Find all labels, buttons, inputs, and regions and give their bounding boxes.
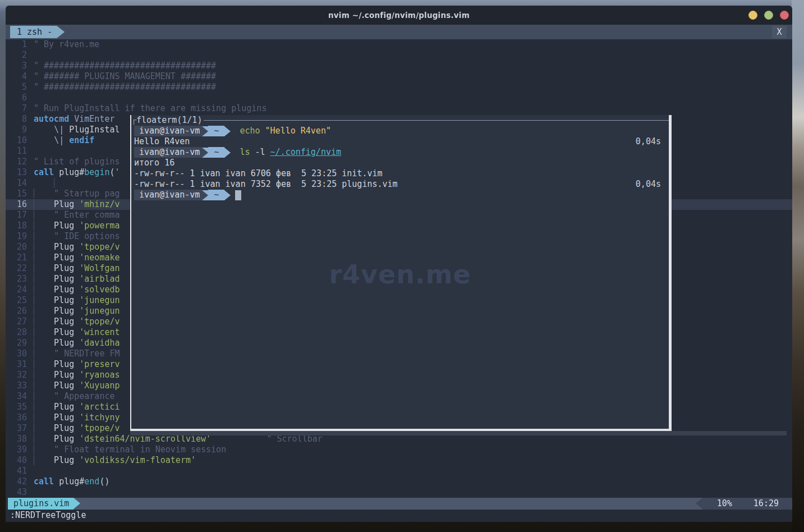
terminal-window: nvim ~/.config/nvim/plugins.vim 1 zsh - … bbox=[6, 6, 792, 522]
vim-command-line[interactable]: :NERDTreeToggle bbox=[6, 510, 792, 522]
watermark: r4ven.me bbox=[131, 259, 669, 290]
minimize-button[interactable] bbox=[748, 11, 757, 20]
line-number: 23 bbox=[6, 274, 27, 285]
command-duration: 0,04s bbox=[636, 179, 661, 190]
code-line[interactable]: 6 bbox=[6, 93, 792, 103]
line-number: 10 bbox=[6, 135, 27, 146]
code-line[interactable]: 7" Run PlugInstall if there are missing … bbox=[6, 103, 792, 114]
code-line[interactable]: 3" ################################## bbox=[6, 61, 792, 71]
line-number: 33 bbox=[6, 380, 27, 391]
line-number: 30 bbox=[6, 348, 27, 359]
line-number: 36 bbox=[6, 412, 27, 423]
prompt-dir: ~ bbox=[208, 126, 224, 136]
line-number: 28 bbox=[6, 327, 27, 338]
powerline-arrow-icon bbox=[224, 126, 231, 136]
prompt-dir: ~ bbox=[208, 190, 224, 200]
line-number: 24 bbox=[6, 285, 27, 295]
terminal-prompt-row[interactable]: ivan@ivan-vm~ls -l ~/.config/nvim bbox=[131, 147, 669, 158]
powerline-arrow-icon bbox=[202, 126, 208, 136]
line-number: 13 bbox=[6, 167, 27, 178]
line-number: 26 bbox=[6, 306, 27, 317]
prompt-dir: ~ bbox=[208, 147, 224, 158]
line-number: 6 bbox=[6, 93, 27, 103]
line-number: 40 bbox=[6, 455, 27, 466]
command-duration: 0,04s bbox=[636, 136, 661, 147]
code-line[interactable]: 5" ################################## bbox=[6, 82, 792, 93]
code-line[interactable]: 40▏ Plug 'voldikss/vim-floaterm' bbox=[6, 455, 792, 466]
tab-zsh[interactable]: 1 zsh - bbox=[10, 26, 65, 38]
line-number: 8 bbox=[6, 114, 27, 125]
line-number: 1 bbox=[6, 39, 27, 50]
line-number: 31 bbox=[6, 359, 27, 370]
powerline-arrow-icon bbox=[202, 148, 208, 158]
line-number: 20 bbox=[6, 242, 27, 253]
line-number: 29 bbox=[6, 338, 27, 348]
line-number: 4 bbox=[6, 71, 27, 82]
floaterm-border-line bbox=[204, 120, 669, 121]
line-number: 17 bbox=[6, 210, 27, 221]
statusline-arrow-icon bbox=[73, 498, 80, 509]
floaterm-body[interactable]: ivan@ivan-vm~echo "Hello R4ven"Hello R4v… bbox=[131, 126, 669, 429]
line-number: 25 bbox=[6, 295, 27, 306]
powerline-arrow-icon bbox=[202, 190, 208, 200]
line-number: 16 bbox=[6, 199, 27, 210]
statusline-time: 16:29 bbox=[754, 498, 779, 510]
line-number: 12 bbox=[6, 157, 27, 167]
line-number: 42 bbox=[6, 476, 27, 487]
line-number: 19 bbox=[6, 231, 27, 242]
line-number: 3 bbox=[6, 61, 27, 71]
line-number: 41 bbox=[6, 466, 27, 476]
maximize-button[interactable] bbox=[764, 11, 773, 20]
terminal-prompt-row[interactable]: ivan@ivan-vm~ bbox=[131, 190, 669, 200]
line-number: 35 bbox=[6, 402, 27, 412]
line-number: 39 bbox=[6, 444, 27, 455]
window-controls bbox=[748, 6, 789, 25]
line-number: 37 bbox=[6, 423, 27, 434]
tab-close-button[interactable]: X bbox=[772, 26, 787, 38]
floaterm-shadow bbox=[130, 431, 787, 435]
line-number: 11 bbox=[6, 146, 27, 157]
floaterm-title: floaterm(1/1) bbox=[136, 115, 202, 126]
terminal-output-row: Hello R4ven0,04s bbox=[131, 136, 669, 147]
terminal-rows: ivan@ivan-vm~echo "Hello R4ven"Hello R4v… bbox=[131, 126, 669, 200]
terminal-output-row: итого 16 bbox=[131, 158, 669, 168]
code-line[interactable]: 41 bbox=[6, 466, 792, 476]
close-button[interactable] bbox=[780, 11, 789, 20]
terminal-output-row: -rw-rw-r-- 1 ivan ivan 7352 фев 5 23:25 … bbox=[131, 179, 669, 190]
line-number: 32 bbox=[6, 370, 27, 380]
title-bar: nvim ~/.config/nvim/plugins.vim bbox=[6, 6, 792, 25]
line-number: 43 bbox=[6, 487, 27, 498]
prompt-user: ivan@ivan-vm bbox=[134, 190, 202, 200]
code-line[interactable]: 4" ####### PLUGINS MANAGEMENT ####### bbox=[6, 71, 792, 82]
code-line[interactable]: 43 bbox=[6, 487, 792, 498]
terminal-output-row: -rw-rw-r-- 1 ivan ivan 6706 фев 5 23:25 … bbox=[131, 168, 669, 179]
line-number: 21 bbox=[6, 253, 27, 263]
powerline-arrow-icon bbox=[224, 190, 231, 200]
line-number: 5 bbox=[6, 82, 27, 93]
line-number: 7 bbox=[6, 103, 27, 114]
statusline-filename: plugins.vim bbox=[8, 498, 73, 510]
line-number: 2 bbox=[6, 50, 27, 61]
prompt-user: ivan@ivan-vm bbox=[134, 147, 202, 158]
floaterm-window: ┌ floaterm(1/1) ivan@ivan-vm~echo "Hello… bbox=[130, 115, 672, 431]
line-number: 22 bbox=[6, 263, 27, 274]
statusline-left-arrow-icon bbox=[696, 498, 702, 509]
line-number: 18 bbox=[6, 221, 27, 231]
statusline-percent: 10% bbox=[717, 498, 732, 510]
vim-editor[interactable]: 1" By r4ven.me23" ######################… bbox=[6, 39, 792, 498]
line-number: 38 bbox=[6, 434, 27, 444]
code-line[interactable]: 39▏ " Float terminal in Neovim session bbox=[6, 444, 792, 455]
code-line[interactable]: 1" By r4ven.me bbox=[6, 39, 792, 50]
window-title: nvim ~/.config/nvim/plugins.vim bbox=[328, 11, 470, 20]
line-number: 15 bbox=[6, 189, 27, 199]
line-number: 27 bbox=[6, 317, 27, 327]
prompt-user: ivan@ivan-vm bbox=[134, 126, 202, 136]
code-line[interactable]: 42call plug#end() bbox=[6, 476, 792, 487]
line-number: 14 bbox=[6, 178, 27, 189]
terminal-cursor bbox=[235, 190, 241, 200]
line-number: 9 bbox=[6, 125, 27, 135]
terminal-prompt-row[interactable]: ivan@ivan-vm~echo "Hello R4ven" bbox=[131, 126, 669, 136]
code-line[interactable]: 2 bbox=[6, 50, 792, 61]
line-number: 34 bbox=[6, 391, 27, 402]
floaterm-title-row: ┌ floaterm(1/1) bbox=[131, 115, 669, 126]
